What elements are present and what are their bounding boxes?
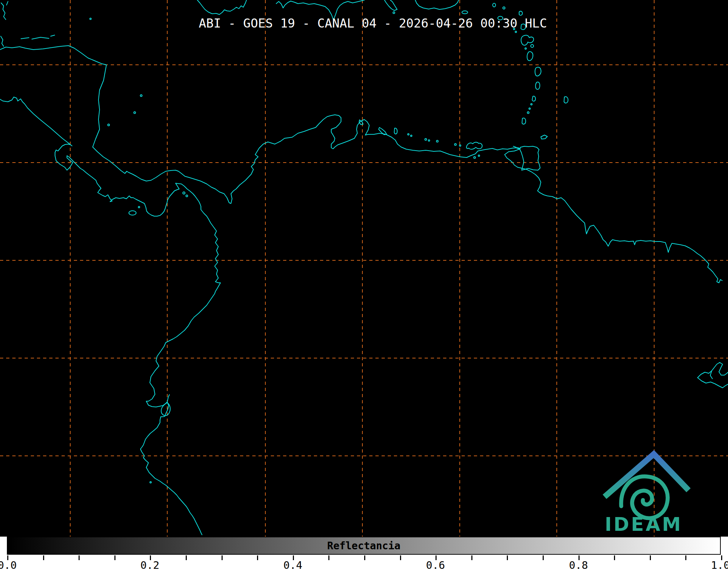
colorbar-tick-label: 1.0	[711, 559, 728, 571]
colorbar-tick-label: 0.8	[569, 559, 588, 571]
colorbar-tick-label: 0.2	[140, 559, 159, 571]
colorbar: Reflectancia 0.0 0.2 0.4 0.6 0.8 1.0	[0, 537, 728, 571]
colorbar-gradient: Reflectancia	[7, 537, 721, 555]
colorbar-tick-label: 0.6	[426, 559, 445, 571]
coastline-puna-island	[161, 395, 170, 416]
coastline-amazon-mouth	[698, 378, 728, 388]
island-san-andres	[134, 112, 136, 114]
map-title: ABI - GOES 19 - CANAL 04 - 2026-04-26 00…	[199, 16, 547, 30]
colorbar-label: Reflectancia	[327, 537, 400, 555]
island-margarita	[466, 142, 482, 149]
island-paita-islet	[150, 482, 151, 483]
ideam-logo: IDEAM	[589, 448, 698, 539]
island-guanaja	[51, 35, 55, 36]
island-dot	[515, 31, 517, 33]
colorbar-tick-label: 0.0	[0, 559, 17, 571]
island-los-roques	[425, 139, 427, 140]
island-roatan	[32, 37, 49, 39]
island-pearl	[183, 192, 185, 194]
island-montserrat	[519, 11, 522, 15]
island-dot	[525, 48, 526, 49]
colorbar-ticks	[7, 555, 723, 560]
island-utila	[21, 38, 29, 39]
island-st-vincent	[532, 96, 535, 101]
island-grenada	[522, 118, 526, 124]
coastline-belize-fragment	[7, 1, 8, 5]
island-swan	[90, 18, 91, 20]
island-bonaire	[394, 128, 397, 134]
island-dominica	[527, 52, 533, 61]
island-grenadine	[531, 104, 532, 105]
coastline-jamaica	[197, 0, 247, 14]
island-grenadine	[527, 112, 529, 114]
island-coche	[474, 157, 476, 159]
island-corn	[108, 124, 110, 126]
satellite-image-viewport: ABI - GOES 19 - CANAL 04 - 2026-04-26 00…	[0, 0, 728, 571]
island-dot	[478, 155, 480, 156]
island-dot	[393, 12, 395, 14]
island-tobago	[541, 135, 547, 139]
coastline-hispaniola-east-tip	[384, 0, 397, 11]
island-st-lucia	[535, 82, 540, 89]
island-los-roques	[428, 140, 430, 141]
island-las-aves	[408, 134, 409, 135]
island-blob	[493, 3, 496, 7]
coastline-amazon-mouth	[698, 362, 728, 378]
island-tortuga	[455, 144, 456, 146]
island-marie-galante	[531, 45, 534, 47]
island-guadeloupe	[521, 35, 534, 45]
island-blob	[503, 7, 505, 9]
island-grenadine	[529, 108, 530, 109]
island-trinidad	[520, 146, 540, 170]
island-barbados	[564, 97, 568, 103]
logo-spiral-icon	[621, 476, 668, 518]
coastline-belize-fragment	[1, 3, 6, 20]
coastline-left-edge-fragment	[1, 36, 4, 46]
island-coiba	[129, 211, 136, 215]
colorbar-tick-label: 0.4	[283, 559, 302, 571]
coastline-caribbean-mainland	[0, 46, 722, 283]
island-la-orchila	[437, 140, 438, 142]
island-providencia	[140, 95, 142, 97]
coastline-puerto-rico	[415, 0, 459, 9]
island-vieques	[462, 11, 468, 14]
island-cebaco	[138, 206, 140, 208]
island-martinique	[535, 67, 541, 76]
island-las-aves	[411, 135, 412, 137]
logo-text: IDEAM	[605, 513, 682, 535]
island-pearl	[186, 195, 188, 197]
island-dot	[459, 145, 461, 146]
